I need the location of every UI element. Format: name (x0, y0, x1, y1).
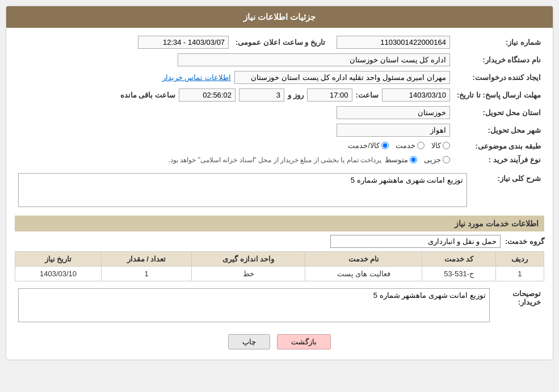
buyer-org-label: نام دستگاه خریدار: (453, 51, 544, 69)
proc-note: پرداخت تمام یا بخشی از مبلغ خریدار از مح… (169, 156, 381, 164)
proc-type-label: نوع فرآیند خرید : (453, 153, 544, 166)
table-cell-row: 1 (495, 267, 544, 281)
category-option-kala[interactable]: کالا (431, 141, 450, 150)
button-row: بازگشت چاپ (15, 334, 544, 349)
category-label: طبقه بندی موضوعی: (453, 139, 544, 153)
proc-type-radio-group: جزیی متوسط (385, 155, 450, 164)
service-group-input[interactable] (330, 235, 501, 248)
deadline-days-input[interactable] (239, 88, 284, 102)
services-header: اطلاعات خدمات مورد نیاز (15, 216, 544, 231)
requester-input[interactable] (234, 71, 450, 84)
need-number-input[interactable] (337, 36, 450, 49)
category-option-kala-khedmat[interactable]: کالا/خدمت (348, 141, 389, 150)
province-label: استان محل تحویل: (453, 104, 544, 121)
deadline-days-label: روز و (288, 91, 304, 99)
table-cell-qty: 1 (102, 267, 192, 281)
back-button[interactable]: بازگشت (277, 334, 331, 349)
col-header-row: ردیف (495, 252, 544, 267)
col-header-date: تاریخ نیاز (15, 252, 102, 267)
city-label: شهر محل تحویل: (453, 121, 544, 139)
deadline-date-input[interactable] (382, 88, 450, 102)
deadline-time-label: ساعت: (356, 91, 379, 99)
table-cell-code: ح-531-53 (422, 267, 495, 281)
service-group-label: گروه خدمت: (505, 237, 544, 246)
description-textarea[interactable]: توزیع امانت شهری ماهشهر شماره 5 (18, 173, 467, 207)
category-radio-group: کالا خدمت کالا/خدمت (348, 141, 450, 150)
col-header-name: نام خدمت (305, 252, 422, 267)
print-button[interactable]: چاپ (228, 334, 270, 349)
deadline-remaining-label: ساعت باقی مانده (120, 91, 175, 99)
col-header-unit: واحد اندازه گیری (192, 252, 305, 267)
services-table: ردیف کد خدمت نام خدمت واحد اندازه گیری ت… (15, 251, 544, 281)
description-label: شرح کلی نیاز: (470, 171, 544, 211)
requester-contact-link[interactable]: اطلاعات تماس خریدار (162, 73, 231, 82)
buyer-org-input[interactable] (178, 53, 450, 66)
table-cell-unit: خط (192, 267, 305, 281)
need-number-label: شماره نیاز: (453, 33, 544, 51)
announcement-date-label: تاریخ و ساعت اعلان عمومی: (232, 33, 329, 51)
category-option-khedmat[interactable]: خدمت (396, 141, 424, 150)
proc-type-option-jozi[interactable]: جزیی (424, 155, 450, 164)
table-cell-name: فعالیت های پست (305, 267, 422, 281)
col-header-qty: تعداد / مقدار (102, 252, 192, 267)
proc-type-option-motevaset[interactable]: متوسط (385, 155, 417, 164)
table-cell-date: 1403/03/10 (15, 267, 102, 281)
city-input[interactable] (337, 124, 450, 137)
deadline-remaining-input[interactable] (179, 88, 236, 102)
announcement-date-input[interactable] (138, 36, 229, 49)
deadline-time-input[interactable] (307, 88, 352, 102)
deadline-label: مهلت ارسال پاسخ: تا تاریخ: (453, 86, 544, 104)
buyer-desc-label: توصیحات خریدار: (493, 286, 544, 326)
page-title: جزئیات اطلاعات نیاز (6, 6, 553, 28)
col-header-code: کد خدمت (422, 252, 495, 267)
requester-label: ایجاد کننده درخواست: (453, 69, 544, 86)
table-row: 1ح-531-53فعالیت های پستخط11403/03/10 (15, 267, 544, 281)
province-input[interactable] (337, 106, 450, 119)
buyer-desc-textarea[interactable]: توزیع امانت شهری ماهشهر شماره 5 (18, 288, 490, 322)
